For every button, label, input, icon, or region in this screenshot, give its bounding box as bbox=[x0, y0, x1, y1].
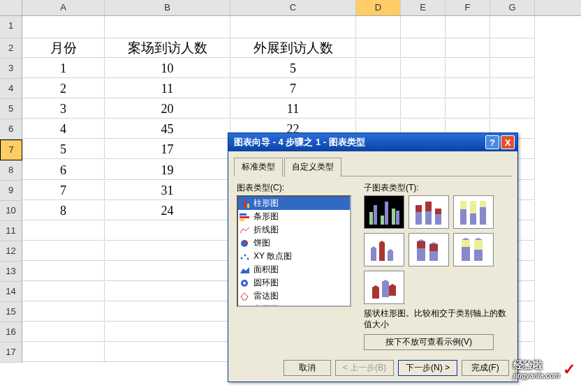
row-header[interactable]: 5 bbox=[0, 99, 22, 119]
cell[interactable] bbox=[490, 79, 535, 98]
cell[interactable]: 2 bbox=[22, 79, 105, 98]
row-header[interactable]: 4 bbox=[0, 79, 22, 99]
cell[interactable] bbox=[446, 16, 490, 38]
list-item[interactable]: 饼图 bbox=[238, 236, 350, 250]
cell[interactable] bbox=[490, 59, 535, 78]
cell[interactable]: 6 bbox=[22, 160, 105, 180]
close-button[interactable]: X bbox=[501, 135, 515, 149]
cell[interactable]: 月份 bbox=[22, 38, 105, 58]
cell[interactable] bbox=[446, 59, 490, 78]
cell[interactable] bbox=[446, 79, 490, 98]
cell[interactable] bbox=[401, 16, 446, 38]
sub-chart-3d-100stacked[interactable] bbox=[453, 233, 494, 266]
cell[interactable] bbox=[22, 282, 105, 301]
cell[interactable] bbox=[105, 302, 230, 322]
list-item[interactable]: 折线图 bbox=[238, 223, 350, 236]
cell[interactable]: 7 bbox=[230, 79, 356, 98]
cell[interactable] bbox=[401, 99, 446, 119]
cell[interactable]: 5 bbox=[230, 59, 356, 78]
help-button[interactable]: ? bbox=[485, 135, 499, 149]
col-header-C[interactable]: C bbox=[230, 0, 356, 15]
cell[interactable]: 1 bbox=[22, 59, 105, 78]
cell[interactable]: 3 bbox=[22, 99, 105, 119]
cell[interactable] bbox=[446, 38, 490, 58]
preview-button[interactable]: 按下不放可查看示例(V) bbox=[364, 334, 494, 350]
cell[interactable] bbox=[22, 241, 105, 261]
list-item[interactable]: XY 散点图 bbox=[238, 250, 350, 263]
cell[interactable] bbox=[490, 38, 535, 58]
cell[interactable]: 7 bbox=[22, 181, 105, 200]
cell[interactable] bbox=[490, 99, 535, 119]
col-header-A[interactable]: A bbox=[22, 0, 105, 15]
select-all-corner[interactable] bbox=[0, 0, 22, 15]
cell[interactable]: 4 bbox=[22, 119, 105, 139]
col-header-D[interactable]: D bbox=[356, 0, 401, 15]
col-header-E[interactable]: E bbox=[401, 0, 446, 15]
cell[interactable] bbox=[401, 59, 446, 78]
sub-chart-3d-clustered[interactable] bbox=[364, 233, 404, 266]
row-header[interactable]: 1 bbox=[0, 16, 22, 38]
cell[interactable] bbox=[22, 16, 105, 38]
cell[interactable]: 19 bbox=[105, 160, 230, 180]
sub-chart-100stacked[interactable] bbox=[453, 195, 494, 229]
cell[interactable]: 20 bbox=[105, 99, 230, 119]
cell[interactable] bbox=[105, 221, 230, 241]
list-item[interactable]: 柱形图 bbox=[238, 197, 350, 210]
cell[interactable] bbox=[105, 322, 230, 342]
cancel-button[interactable]: 取消 bbox=[284, 360, 331, 376]
row-header[interactable]: 14 bbox=[0, 282, 22, 302]
cell[interactable]: 8 bbox=[22, 201, 105, 220]
col-header-G[interactable]: G bbox=[490, 0, 535, 15]
dialog-titlebar[interactable]: 图表向导 - 4 步骤之 1 - 图表类型 ? X bbox=[228, 133, 517, 151]
row-header[interactable]: 12 bbox=[0, 241, 22, 262]
row-header[interactable]: 3 bbox=[0, 59, 22, 79]
row-header[interactable]: 16 bbox=[0, 322, 22, 342]
cell[interactable]: 31 bbox=[105, 181, 230, 200]
cell[interactable]: 11 bbox=[105, 79, 230, 98]
cell[interactable] bbox=[22, 342, 105, 362]
row-header[interactable]: 2 bbox=[0, 38, 22, 59]
cell[interactable] bbox=[356, 99, 401, 119]
cell[interactable]: 17 bbox=[105, 140, 230, 159]
cell[interactable]: 5 bbox=[22, 140, 105, 159]
row-header[interactable]: 17 bbox=[0, 342, 22, 363]
tab-custom[interactable]: 自定义类型 bbox=[284, 158, 341, 176]
row-header[interactable]: 7 bbox=[0, 140, 22, 160]
cell[interactable] bbox=[22, 221, 105, 241]
cell[interactable] bbox=[356, 38, 401, 58]
cell[interactable]: 11 bbox=[230, 99, 356, 119]
row-header[interactable]: 11 bbox=[0, 221, 22, 241]
cell[interactable] bbox=[105, 262, 230, 281]
sub-chart-stacked[interactable] bbox=[409, 195, 449, 229]
cell[interactable] bbox=[105, 16, 230, 38]
cell[interactable] bbox=[356, 79, 401, 98]
cell[interactable] bbox=[22, 262, 105, 281]
list-item[interactable]: 雷达图 bbox=[238, 289, 350, 303]
row-header[interactable]: 8 bbox=[0, 160, 22, 181]
cell[interactable]: 45 bbox=[105, 119, 230, 139]
cell[interactable] bbox=[356, 59, 401, 78]
chart-type-listbox[interactable]: 柱形图 条形图 折线图 饼图 XY 散点图 面积图 圆环图 雷达图 曲面图 bbox=[237, 195, 351, 307]
sub-chart-3d-column[interactable] bbox=[364, 271, 404, 304]
tab-standard[interactable]: 标准类型 bbox=[234, 158, 283, 176]
cell[interactable]: 案场到访人数 bbox=[105, 38, 230, 58]
finish-button[interactable]: 完成(F) bbox=[462, 360, 509, 376]
cell[interactable] bbox=[105, 342, 230, 362]
row-header[interactable]: 13 bbox=[0, 262, 22, 282]
cell[interactable]: 24 bbox=[105, 201, 230, 220]
row-header[interactable]: 15 bbox=[0, 302, 22, 322]
next-button[interactable]: 下一步(N) > bbox=[398, 360, 457, 376]
cell[interactable] bbox=[230, 16, 356, 38]
cell[interactable] bbox=[401, 79, 446, 98]
cell[interactable] bbox=[356, 16, 401, 38]
list-item[interactable]: 条形图 bbox=[238, 210, 350, 223]
cell[interactable] bbox=[490, 16, 535, 38]
cell[interactable]: 10 bbox=[105, 59, 230, 78]
col-header-F[interactable]: F bbox=[446, 0, 490, 15]
sub-chart-clustered[interactable] bbox=[364, 195, 404, 229]
cell[interactable] bbox=[105, 241, 230, 261]
row-header[interactable]: 6 bbox=[0, 119, 22, 140]
cell[interactable] bbox=[105, 282, 230, 301]
col-header-B[interactable]: B bbox=[105, 0, 230, 15]
list-item[interactable]: 曲面图 bbox=[238, 303, 350, 307]
